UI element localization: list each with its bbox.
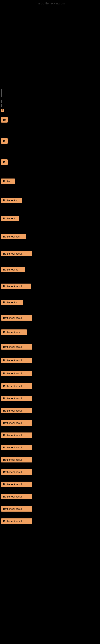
list-item: Bo: [0, 158, 100, 167]
bottleneck-result-label: Bottleneck result: [1, 482, 32, 487]
list-item: Bottleneck result: [0, 356, 100, 365]
cursor-indicator-1: [1, 89, 2, 98]
list-item: Bottleneck r: [0, 298, 100, 308]
cursor-indicator-2: [1, 100, 2, 103]
list-item: Bottleneck result: [0, 249, 100, 258]
bottleneck-result-label: Bottleneck r: [1, 198, 22, 203]
bottleneck-result-label: Bottleneck result: [1, 384, 32, 389]
bottleneck-result-label: Bottleneck result: [1, 457, 32, 462]
bottleneck-result-label: Bottleneck result: [1, 408, 32, 413]
bottleneck-result-label: Bottleneck result: [1, 469, 32, 475]
bottleneck-result-label: Bottleneck result: [1, 396, 32, 401]
bottleneck-result-label: Bottleneck: [1, 216, 19, 221]
list-item: Bottleneck re: [0, 265, 100, 275]
list-item: Bottleneck r: [0, 196, 100, 206]
list-item: Bottleneck res: [0, 328, 100, 337]
list-item: Bottleneck result: [0, 480, 100, 489]
list-item: Bottleneck result: [0, 314, 100, 322]
bottleneck-result-label: Bottleneck result: [1, 371, 32, 376]
bottleneck-result-label: Bottleneck result: [1, 420, 32, 426]
list-item: Bottleneck result: [0, 406, 100, 415]
list-item: Bottleneck result: [0, 342, 100, 351]
list-item: Bottleneck result: [0, 504, 100, 513]
bottleneck-result-label: Bottleneck result: [1, 315, 32, 320]
list-item: Bottleneck resul: [0, 282, 100, 292]
list-item: Bottleneck result: [0, 468, 100, 476]
bottleneck-result-label: Bottleneck result: [1, 251, 32, 256]
list-item: Bottleneck result: [0, 369, 100, 378]
bottleneck-result-label: Bottleneck result: [1, 506, 32, 512]
bottleneck-result-label: Bottleneck result: [1, 344, 32, 350]
bottleneck-result-label: Bottleneck resul: [1, 284, 31, 289]
list-item: Bottleneck result: [0, 517, 100, 526]
list-item: Bottleneck result: [0, 418, 100, 427]
list-item: Bottleneck result: [0, 431, 100, 440]
bottleneck-result-label: Bottleneck result: [1, 358, 32, 363]
list-item: Bottleneck: [0, 214, 100, 224]
small-label: E: [1, 109, 4, 112]
bottleneck-result-label: Bo: [1, 117, 8, 122]
list-item: Bottleneck result: [0, 443, 100, 452]
list-item: Bottleneck res: [0, 232, 100, 242]
list-item: Bottleneck result: [0, 456, 100, 464]
bottleneck-result-label: Bottleneck re: [1, 267, 25, 272]
list-item: Bottleneck result: [0, 492, 100, 501]
chart-area: [0, 7, 100, 87]
bottleneck-result-label: Bottleneck result: [1, 432, 32, 438]
list-item: B: [0, 137, 100, 146]
bottleneck-result-label: Bottleneck res: [1, 330, 27, 335]
cursor-indicator-3: [1, 104, 2, 107]
bottleneck-result-label: B: [1, 138, 8, 144]
bottleneck-result-label: Bottleneck res: [1, 234, 26, 239]
bottleneck-result-label: Bottleneck r: [1, 300, 23, 305]
bottleneck-result-label: Bottleneck result: [1, 518, 32, 524]
list-item: Bottleneck result: [0, 382, 100, 390]
list-item: Bo: [0, 116, 100, 125]
site-title: TheBottlenecker.com: [0, 0, 100, 7]
bottleneck-result-label: Bo: [1, 160, 8, 165]
list-item: Bottlen: [0, 177, 100, 186]
bottleneck-result-label: Bottleneck result: [1, 494, 32, 499]
bottleneck-result-label: Bottlen: [1, 178, 15, 184]
list-item: Bottleneck result: [0, 394, 100, 403]
bottleneck-list: Bo B Bo Bottlen Bottleneck r Bottleneck …: [0, 113, 100, 530]
bottleneck-result-label: Bottleneck result: [1, 445, 32, 450]
